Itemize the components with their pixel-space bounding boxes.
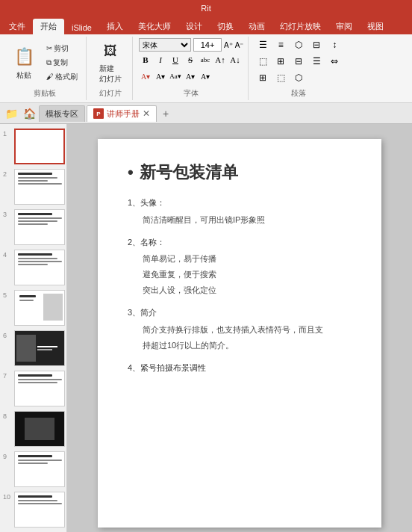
format-painter-button[interactable]: 🖌 格式刷	[43, 70, 81, 84]
tab-review[interactable]: 审阅	[328, 19, 360, 34]
slide-canvas[interactable]: • 新号包装清单 1、头像： 简洁清晰醒目，可用出镜IP形象照 2、名称： 简单…	[98, 139, 381, 528]
format-painter-label: 格式刷	[55, 72, 78, 82]
ribbon-tabs: 文件 开始 iSlide 插入 美化大师 设计 切换 动画 幻灯片放映 审阅 视…	[0, 16, 412, 34]
slide-num-2: 2	[3, 169, 12, 178]
title-text: Rit	[201, 4, 210, 13]
font-size-increase[interactable]: A⁺	[224, 41, 233, 49]
tab-file[interactable]: 文件	[1, 19, 33, 34]
paragraph-extra2[interactable]: ⬡	[290, 71, 307, 84]
tab-animation[interactable]: 动画	[241, 19, 272, 34]
aa-button[interactable]: Aa▾	[169, 69, 182, 83]
add-tab-button[interactable]: +	[158, 106, 173, 121]
font-color3-button[interactable]: A▾	[199, 69, 212, 83]
highlight-button[interactable]: A▾	[154, 69, 167, 83]
slide-img-10	[14, 492, 65, 528]
font-shrink-button[interactable]: A↓	[228, 53, 242, 66]
new-slide-button[interactable]: 🖼 新建幻灯片	[94, 40, 127, 85]
ribbon-group-clipboard: 📋 粘贴 ✂ 剪切 ⧉ 复制 🖌 格式刷 剪贴板	[3, 37, 87, 100]
slide-title-text: 新号包装清单	[140, 161, 238, 184]
clipboard-group-label: 剪贴板	[34, 88, 56, 100]
slide-img-content-5	[15, 291, 64, 325]
slide-thumb-3[interactable]: 3	[0, 208, 66, 247]
tab-design[interactable]: 设计	[178, 19, 210, 34]
slide-num-3: 3	[3, 209, 12, 218]
font-group-label: 字体	[184, 88, 199, 100]
strikethrough-button[interactable]: S	[184, 53, 197, 66]
font-name-select[interactable]: 宋体	[139, 38, 191, 52]
font-size-decrease[interactable]: A⁻	[235, 41, 244, 49]
slide-body: 1、头像： 简洁清晰醒目，可用出镜IP形象照 2、名称： 简单易记，易于传播 避…	[128, 196, 352, 376]
font-grow-button[interactable]: A↑	[213, 53, 227, 66]
abc-button[interactable]: abc	[199, 53, 212, 66]
doc-tabs-bar: 📁 🏠 模板专区 P 讲师手册 ✕ +	[0, 103, 412, 124]
folder-icon[interactable]: 📁	[3, 105, 19, 122]
font-color2-button[interactable]: A▾	[184, 69, 197, 83]
align-right-button[interactable]: ⊟	[290, 55, 307, 68]
slide-thumb-10[interactable]: 10	[0, 490, 66, 529]
home-icon[interactable]: 🏠	[21, 105, 37, 122]
close-tab-icon[interactable]: ✕	[143, 108, 150, 119]
tab-view[interactable]: 视图	[360, 19, 391, 34]
slide-num-7: 7	[3, 371, 12, 380]
slide-thumb-9[interactable]: 9	[0, 450, 66, 489]
tab-home[interactable]: 开始	[33, 19, 64, 34]
format-row-1: B I U S abc A↑ A↓	[139, 53, 242, 66]
slide-thumb-4[interactable]: 4	[0, 248, 66, 287]
align-center-button[interactable]: ⊞	[272, 55, 289, 68]
paste-icon: 📋	[12, 45, 36, 69]
list-level-button[interactable]: ⬡	[290, 38, 307, 52]
slide-img-content-6	[15, 331, 64, 365]
text-dir-button[interactable]: ⇔	[326, 55, 343, 68]
font-size-input[interactable]	[193, 38, 222, 52]
line-spacing-button[interactable]: ↕	[326, 38, 343, 52]
slide-thumb-7[interactable]: 7	[0, 369, 66, 408]
align-row-3: ⊞ ⬚ ⬡	[255, 71, 307, 84]
section-number-title: 4、紧号拍摄布景调性	[128, 361, 352, 376]
copy-icon: ⧉	[46, 58, 52, 67]
section-bio: 3、简介 简介支持换行排版，也支持插入表情符号，而且支 持超过10行以上的简介。	[128, 306, 352, 353]
format-painter-icon: 🖌	[46, 72, 54, 81]
tab-transition[interactable]: 切换	[210, 19, 241, 34]
align-justify-button[interactable]: ☰	[308, 55, 325, 68]
slide-thumb-1[interactable]: 1	[0, 127, 66, 166]
col-button[interactable]: ⊟	[308, 38, 325, 52]
slide-thumb-8[interactable]: 8	[0, 409, 66, 448]
align-left-button[interactable]: ⬚	[255, 55, 271, 68]
slide-title: • 新号包装清单	[128, 161, 352, 184]
paragraph-group-label: 段落	[291, 88, 306, 100]
tab-beautify[interactable]: 美化大师	[131, 19, 178, 34]
section-name: 2、名称： 简单易记，易于传播 避免重复，便于搜索 突出人设，强化定位	[128, 235, 352, 298]
cut-button[interactable]: ✂ 剪切	[43, 42, 81, 55]
list-bullet-button[interactable]: ☰	[255, 38, 271, 52]
slide-img-content-2	[15, 170, 64, 204]
tab-template[interactable]: 模板专区	[39, 105, 85, 122]
slide-num-6: 6	[3, 330, 12, 339]
tab-insert[interactable]: 插入	[99, 19, 131, 34]
clipboard-content: 📋 粘贴 ✂ 剪切 ⧉ 复制 🖌 格式刷	[7, 37, 81, 88]
slide-group-content: 🖼 新建幻灯片	[94, 37, 127, 88]
slide-img-1	[14, 129, 65, 164]
italic-button[interactable]: I	[154, 53, 167, 66]
section-name-line3: 突出人设，强化定位	[128, 282, 352, 298]
title-bullet: •	[128, 163, 134, 182]
slide-thumb-5[interactable]: 5	[0, 288, 66, 327]
slide-num-1: 1	[3, 129, 12, 137]
font-color-button[interactable]: A▾	[139, 69, 152, 83]
paragraph-extra1[interactable]: ⬚	[272, 71, 289, 84]
slide-thumb-2[interactable]: 2	[0, 167, 66, 206]
copy-button[interactable]: ⧉ 复制	[43, 56, 81, 69]
tab-islide[interactable]: iSlide	[64, 21, 99, 34]
list-num-button[interactable]: ≡	[272, 38, 289, 52]
new-slide-label: 新建幻灯片	[99, 64, 122, 84]
slide-thumb-6[interactable]: 6	[0, 329, 66, 368]
underline-button[interactable]: U	[169, 53, 182, 66]
title-bar: Rit	[0, 0, 412, 16]
tab-slideshow[interactable]: 幻灯片放映	[272, 19, 328, 34]
slide-img-3	[14, 209, 65, 245]
font-name-size-row: 宋体 A⁺ A⁻	[139, 38, 243, 52]
tab-instructor-manual[interactable]: P 讲师手册 ✕	[87, 105, 157, 122]
slide-img-content-1	[16, 130, 63, 163]
bold-button[interactable]: B	[139, 53, 152, 66]
paste-button[interactable]: 📋 粘贴	[7, 40, 40, 85]
convert-smartart-button[interactable]: ⊞	[255, 71, 271, 84]
